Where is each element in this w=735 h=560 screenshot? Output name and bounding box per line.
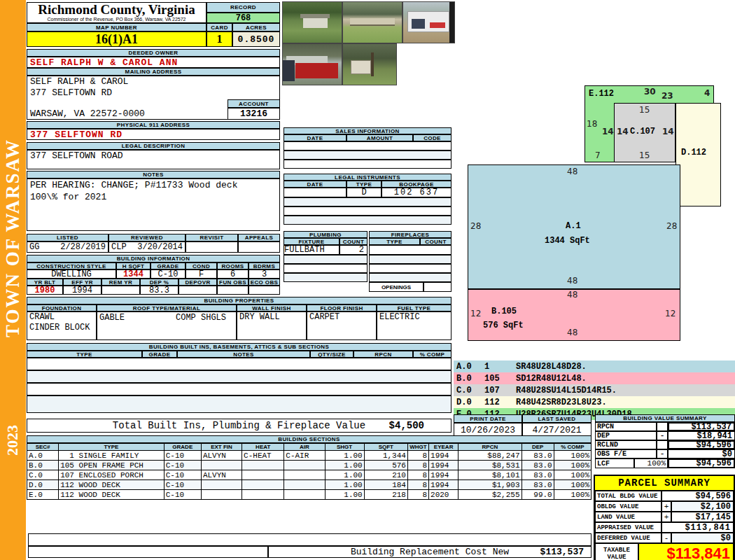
fire-row[interactable] [369, 264, 451, 273]
inst-row[interactable] [284, 216, 451, 225]
plumb-row[interactable] [284, 255, 368, 264]
vs-value[interactable]: $0 [668, 449, 735, 458]
legal-description-value[interactable]: 377 SELFTOWN ROAD [27, 150, 280, 169]
sec-h-12: % COMP [554, 444, 591, 451]
section-row[interactable]: C.0 107 ENCLOSED PORCH C-10 ALVYN 1.00 2… [27, 470, 592, 480]
section-row[interactable]: A.0 1 SINGLE FAMILY C-10 ALVYN C-HEAT C-… [27, 451, 592, 461]
ps-value[interactable]: $94,596 [662, 491, 734, 501]
last-saved-value[interactable]: 4/27/2021 [522, 423, 592, 437]
sales-row[interactable] [284, 160, 451, 169]
record-value[interactable]: 768 [206, 13, 280, 23]
inst-row-date[interactable] [284, 188, 346, 197]
property-photo-house-in-trees[interactable] [282, 1, 342, 43]
legend-row-d[interactable]: D.0 112 R48U42SR8D23L8U23. [454, 396, 735, 408]
vs-value[interactable]: $94,596 [668, 458, 735, 468]
property-photo-red-pickup-truck[interactable] [282, 43, 342, 85]
inst-row[interactable] [284, 197, 451, 206]
physical-address-value[interactable]: 377 SELFTOWN RD [27, 129, 280, 140]
ps-value[interactable]: $17,145 [671, 512, 734, 522]
plumb-row[interactable] [284, 273, 368, 282]
legend-row-c[interactable]: C.0 107 R48U28SU14L15D14R15. [454, 384, 735, 396]
plumb-count-value[interactable]: 2 [340, 245, 368, 255]
ps-value[interactable]: $0 [671, 533, 734, 543]
bi-v-rooms[interactable]: 6 [217, 270, 248, 279]
revisit-value[interactable] [186, 241, 238, 253]
sec-cell: C-10 [164, 490, 201, 500]
bi-v-ecoobs[interactable] [248, 286, 280, 295]
section-row[interactable]: B.0 105 OPEN FRAME PCH C-10 1.00 576 8 1… [27, 461, 592, 470]
listed-value[interactable]: GG 2/28/2019 [27, 241, 108, 253]
bi-v-hsqft[interactable]: 1344 [116, 270, 150, 279]
fire-row[interactable] [369, 245, 451, 255]
bi-v-dep[interactable]: 83.3 [140, 286, 178, 295]
sec-h-2: GRADE [164, 444, 201, 451]
value-summary-table: RPCN $113,537 DEP - $18,941 RCLND $94,59… [595, 422, 735, 468]
vs-label: RCLND [595, 440, 657, 449]
builtins-row[interactable] [27, 383, 451, 396]
taxable-value[interactable]: $113,841 [638, 543, 734, 560]
bi-v-style[interactable]: DWELLING [27, 270, 116, 279]
property-photo-carport-with-tractor[interactable] [402, 1, 455, 43]
builtins-row[interactable] [27, 396, 451, 413]
fire-row[interactable] [369, 255, 451, 264]
account-value[interactable]: 13216 [227, 108, 280, 120]
openings-value[interactable] [424, 282, 451, 292]
notes-box[interactable]: PER HEARING: CHANGE; P#11733 Wood deck 1… [27, 178, 280, 231]
plumb-fixture-value[interactable]: FULLBATH [284, 245, 340, 255]
bi-v-bdrms[interactable]: 3 [248, 270, 280, 279]
physical-address-label: PHYSICAL 911 ADDRESS [27, 121, 280, 129]
plumb-row[interactable] [284, 264, 368, 273]
card-value[interactable]: 1 [206, 31, 232, 47]
bi-v-yrblt[interactable]: 1980 [27, 286, 63, 295]
prop-v-foundation[interactable]: CRAWL CINDER BLOCK [27, 312, 97, 340]
vs-value[interactable]: $113,537 [668, 422, 735, 431]
sec-cell: 1.00 [325, 490, 364, 500]
sales-row[interactable] [284, 150, 451, 160]
bi-v-funobs[interactable] [217, 286, 248, 295]
bi-v-effyr[interactable]: 1994 [63, 286, 102, 295]
section-row[interactable]: D.0 112 WOOD DECK C-10 1.00 184 8 1994 $… [27, 480, 592, 490]
appeals-value[interactable] [238, 241, 280, 253]
acres-value[interactable]: 0.8500 [232, 31, 280, 47]
sales-row[interactable] [284, 141, 451, 150]
bi-v-cond[interactable]: F [186, 270, 217, 279]
acres-label: ACRES [232, 23, 280, 31]
sec-h-4: HEAT [242, 444, 284, 451]
appeals-label: APPEALS [238, 234, 280, 241]
ps-value[interactable]: $2,100 [671, 501, 734, 512]
bi-v-depovr[interactable] [178, 286, 217, 295]
builtins-row[interactable] [27, 370, 451, 383]
bi-v-grade[interactable]: C-10 [150, 270, 186, 279]
legend-path: R48U28SU14L15D14R15. [516, 386, 617, 396]
section-row[interactable]: E.0 112 WOOD DECK C-10 1.00 218 8 2020 $… [27, 490, 592, 500]
ps-value[interactable]: $113,841 [662, 522, 734, 533]
reviewed-value[interactable]: CLP 3/20/2014 [108, 241, 186, 253]
prop-h-wall: WALL FINISH [237, 304, 307, 312]
prop-v-floor[interactable]: CARPET [307, 312, 377, 340]
inst-row-type[interactable]: D [346, 188, 382, 197]
vs-value[interactable]: $94,596 [668, 440, 735, 449]
vs-op: - [657, 449, 668, 458]
map-number-value[interactable]: 16(1)A1 [27, 31, 206, 47]
bi-v-remyr[interactable] [102, 286, 140, 295]
sketch-c-right: 14 [662, 127, 674, 136]
listed-by: GG [29, 242, 39, 252]
deeded-owner-value[interactable]: SELF RALPH W & CAROL ANN [27, 57, 280, 68]
legend-row-b[interactable]: B.0 105 SD12R48U12L48. [454, 372, 735, 384]
fire-row[interactable] [369, 273, 451, 282]
print-date-value[interactable]: 10/26/2023 [454, 423, 522, 437]
legend-row-a[interactable]: A.0 1 SR48U28L48D28. [454, 360, 735, 372]
prop-v-wall[interactable]: DRY WALL [237, 312, 307, 340]
sales-h-date: DATE [284, 134, 346, 141]
prop-v-fuel[interactable]: ELECTRIC [377, 312, 451, 340]
sec-cell: ALVYN [201, 451, 241, 461]
prop-v-roof[interactable]: GABLE COMP SHGLS [97, 312, 237, 340]
truck-shape [295, 63, 337, 78]
property-photo-storage-shed[interactable] [342, 43, 397, 85]
deeded-owner-text: SELF RALPH W & CAROL ANN [30, 57, 178, 68]
builtins-row[interactable] [27, 358, 451, 370]
property-photo-house-front-lawn[interactable] [342, 1, 402, 43]
inst-row-bookpage[interactable]: 102 637 [382, 188, 451, 197]
inst-row[interactable] [284, 206, 451, 216]
vs-value[interactable]: $18,941 [668, 431, 735, 440]
